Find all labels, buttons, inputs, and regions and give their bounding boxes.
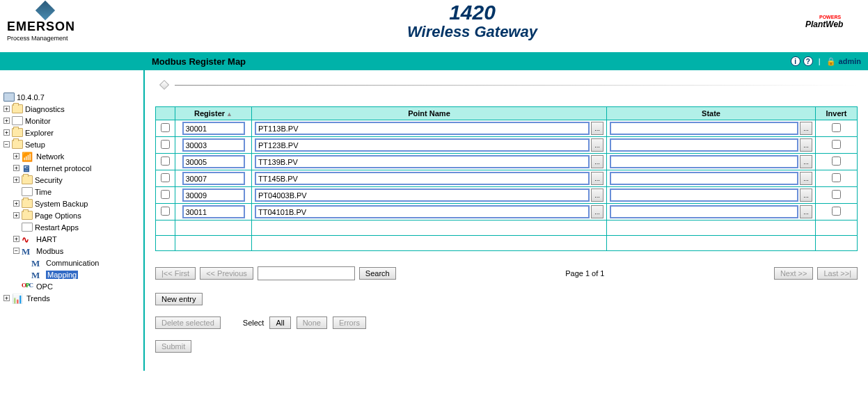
tree-opc[interactable]: OPCOPC bbox=[3, 280, 140, 292]
state-input[interactable] bbox=[610, 155, 798, 168]
tree-system-backup[interactable]: +System Backup bbox=[3, 198, 140, 209]
new-entry-button[interactable]: New entry bbox=[155, 293, 203, 305]
search-input[interactable] bbox=[258, 266, 355, 280]
diamond-icon bbox=[159, 80, 169, 90]
browse-point-button[interactable]: ... bbox=[591, 122, 603, 135]
page-title-block: 1420 Wireless Gateway bbox=[139, 2, 805, 41]
point-name-input[interactable] bbox=[255, 155, 590, 168]
last-page-button[interactable]: Last >>| bbox=[817, 267, 858, 280]
tree-network[interactable]: +📶Network bbox=[3, 150, 140, 162]
browse-state-button[interactable]: ... bbox=[800, 205, 812, 218]
tree-communication[interactable]: MCommunication bbox=[3, 257, 140, 268]
invert-checkbox[interactable] bbox=[832, 190, 841, 199]
point-name-input[interactable] bbox=[255, 189, 590, 202]
invert-checkbox[interactable] bbox=[832, 207, 841, 216]
select-all-button[interactable]: All bbox=[269, 316, 290, 329]
select-label: Select bbox=[243, 319, 265, 327]
register-table: Register▲ Point Name State Invert ......… bbox=[155, 106, 858, 251]
state-input[interactable] bbox=[610, 172, 798, 185]
delete-selected-button[interactable]: Delete selected bbox=[155, 316, 221, 329]
browse-point-button[interactable]: ... bbox=[591, 138, 603, 152]
tree-explorer[interactable]: +Explorer bbox=[3, 127, 140, 138]
content-title: Modbus Register Map bbox=[152, 56, 791, 67]
emerson-logo: EMERSON Process Management bbox=[7, 2, 139, 42]
table-row: ...... bbox=[156, 187, 858, 204]
select-none-button[interactable]: None bbox=[297, 316, 327, 329]
plantweb-logo: POWERS PlantWeb bbox=[805, 2, 861, 29]
prev-page-button[interactable]: << Previous bbox=[200, 267, 253, 280]
browse-point-button[interactable]: ... bbox=[591, 155, 603, 168]
row-select-checkbox[interactable] bbox=[161, 173, 170, 182]
point-name-input[interactable] bbox=[255, 122, 590, 135]
tree-root[interactable]: 10.4.0.7 bbox=[3, 91, 140, 103]
point-name-input[interactable] bbox=[255, 138, 590, 152]
select-errors-button[interactable]: Errors bbox=[333, 316, 366, 329]
title-model: 1420 bbox=[139, 2, 805, 23]
browse-state-button[interactable]: ... bbox=[800, 155, 812, 168]
state-input[interactable] bbox=[610, 189, 798, 202]
tree-hart[interactable]: +∿HART bbox=[3, 233, 140, 245]
tree-internet-protocol[interactable]: +🖥Internet protocol bbox=[3, 162, 140, 174]
current-user: admin bbox=[839, 57, 861, 65]
browse-point-button[interactable]: ... bbox=[591, 172, 603, 185]
header-invert[interactable]: Invert bbox=[816, 107, 858, 120]
invert-checkbox[interactable] bbox=[832, 123, 841, 132]
browse-point-button[interactable]: ... bbox=[591, 189, 603, 202]
invert-checkbox[interactable] bbox=[832, 140, 841, 149]
search-button[interactable]: Search bbox=[359, 267, 396, 280]
title-product: Wireless Gateway bbox=[139, 23, 805, 41]
page-header: EMERSON Process Management 1420 Wireless… bbox=[0, 0, 868, 52]
browse-state-button[interactable]: ... bbox=[800, 122, 812, 135]
browse-state-button[interactable]: ... bbox=[800, 138, 812, 152]
header-state[interactable]: State bbox=[607, 107, 816, 120]
first-page-button[interactable]: |<< First bbox=[155, 267, 196, 280]
tree-mapping[interactable]: MMapping bbox=[3, 268, 140, 280]
content-titlebar: Modbus Register Map i ? | 🔒 admin bbox=[145, 52, 868, 70]
tree-time[interactable]: Time bbox=[3, 186, 140, 198]
tree-restart-apps[interactable]: Restart Apps bbox=[3, 221, 140, 233]
register-input[interactable] bbox=[182, 138, 245, 152]
tree-trends[interactable]: +📊Trends bbox=[3, 292, 140, 304]
row-select-checkbox[interactable] bbox=[161, 190, 170, 199]
tree-monitor[interactable]: +Monitor bbox=[3, 115, 140, 127]
submit-button[interactable]: Submit bbox=[155, 340, 191, 353]
point-name-input[interactable] bbox=[255, 205, 590, 218]
header-select bbox=[156, 107, 175, 120]
header-point-name[interactable]: Point Name bbox=[252, 107, 607, 120]
emerson-brand: EMERSON bbox=[7, 19, 139, 34]
tree-setup[interactable]: −Setup bbox=[3, 138, 140, 150]
point-name-input[interactable] bbox=[255, 172, 590, 185]
browse-state-button[interactable]: ... bbox=[800, 189, 812, 202]
register-input[interactable] bbox=[182, 205, 245, 218]
table-row: ...... bbox=[156, 170, 858, 187]
invert-checkbox[interactable] bbox=[832, 173, 841, 182]
state-input[interactable] bbox=[610, 138, 798, 152]
browse-state-button[interactable]: ... bbox=[800, 172, 812, 185]
table-row: ...... bbox=[156, 154, 858, 170]
tree-page-options[interactable]: +Page Options bbox=[3, 209, 140, 221]
register-input[interactable] bbox=[182, 189, 245, 202]
row-select-checkbox[interactable] bbox=[161, 140, 170, 149]
tree-diagnostics[interactable]: +Diagnostics bbox=[3, 103, 140, 115]
state-input[interactable] bbox=[610, 122, 798, 135]
register-input[interactable] bbox=[182, 122, 245, 135]
row-select-checkbox[interactable] bbox=[161, 123, 170, 132]
register-input[interactable] bbox=[182, 172, 245, 185]
row-select-checkbox[interactable] bbox=[161, 207, 170, 216]
pager: |<< First << Previous Search Page 1 of 1… bbox=[155, 266, 858, 280]
invert-checkbox[interactable] bbox=[832, 157, 841, 166]
help-icon[interactable]: ? bbox=[803, 56, 813, 66]
register-input[interactable] bbox=[182, 155, 245, 168]
next-page-button[interactable]: Next >> bbox=[774, 267, 814, 280]
nav-sidebar: 10.4.0.7 +Diagnostics +Monitor +Explorer… bbox=[0, 52, 145, 371]
browse-point-button[interactable]: ... bbox=[591, 205, 603, 218]
tree-modbus[interactable]: −MModbus bbox=[3, 245, 140, 257]
table-row: ...... bbox=[156, 204, 858, 220]
tree-security[interactable]: +Security bbox=[3, 174, 140, 186]
row-select-checkbox[interactable] bbox=[161, 157, 170, 166]
state-input[interactable] bbox=[610, 205, 798, 218]
header-register[interactable]: Register▲ bbox=[175, 107, 252, 120]
lock-icon: 🔒 bbox=[826, 57, 836, 66]
table-row-empty bbox=[156, 236, 858, 251]
info-icon[interactable]: i bbox=[791, 56, 800, 66]
